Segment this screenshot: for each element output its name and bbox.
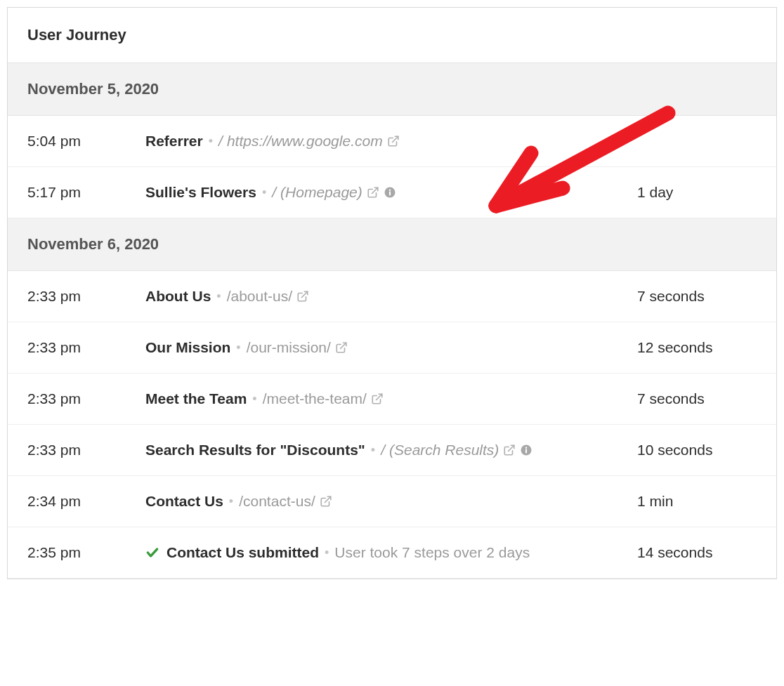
slash-separator: / (381, 442, 385, 459)
submitted-title: Contact Us submitted (166, 544, 319, 561)
row-content: Referrer • / https://www.google.com (145, 133, 632, 150)
bullet-separator: • (216, 289, 221, 304)
panel-header: User Journey (8, 8, 776, 63)
svg-point-3 (389, 189, 391, 190)
date-group-header: November 6, 2020 (8, 218, 776, 271)
external-link-icon[interactable] (335, 341, 348, 354)
svg-line-8 (509, 445, 514, 451)
external-link-icon[interactable] (503, 444, 516, 456)
row-path: /contact-us/ (239, 493, 315, 510)
row-duration: 1 min (637, 493, 757, 510)
external-link-icon[interactable] (296, 290, 309, 303)
row-duration: 7 seconds (637, 288, 757, 305)
journey-row: 2:34 pm Contact Us • /contact-us/ 1 min (8, 476, 776, 527)
check-icon (145, 546, 159, 560)
svg-line-0 (392, 136, 398, 142)
svg-line-5 (302, 291, 308, 297)
row-time: 2:33 pm (27, 288, 140, 305)
row-duration: 7 seconds (637, 390, 757, 407)
journey-row: 2:33 pm About Us • /about-us/ 7 seconds (8, 271, 776, 322)
row-path: /meet-the-team/ (263, 390, 367, 407)
row-duration: 14 seconds (637, 544, 757, 561)
external-link-icon[interactable] (387, 135, 400, 147)
external-link-icon[interactable] (367, 186, 379, 199)
slash-separator: / (218, 133, 223, 150)
row-content: Our Mission • /our-mission/ (145, 339, 632, 356)
row-path: /about-us/ (227, 288, 292, 305)
row-time: 2:35 pm (27, 544, 140, 561)
row-content: Meet the Team • /meet-the-team/ (145, 390, 632, 407)
external-link-icon[interactable] (320, 495, 332, 508)
journey-row: 5:17 pm Sullie's Flowers • / (Homepage) … (8, 167, 776, 218)
row-content: Contact Us submitted • User took 7 steps… (145, 544, 632, 561)
svg-point-10 (525, 447, 527, 448)
journey-row: 2:33 pm Our Mission • /our-mission/ 12 s… (8, 322, 776, 374)
journey-row: 2:33 pm Meet the Team • /meet-the-team/ … (8, 374, 776, 425)
date-label: November 5, 2020 (27, 80, 159, 98)
row-title: Search Results for "Discounts" (145, 442, 365, 459)
bullet-separator: • (371, 443, 375, 458)
row-time: 2:33 pm (27, 390, 140, 407)
svg-rect-11 (525, 449, 527, 454)
row-title: Our Mission (145, 339, 230, 356)
panel-title: User Journey (27, 26, 757, 44)
svg-line-7 (376, 394, 381, 400)
row-time: 5:17 pm (27, 184, 140, 201)
date-label: November 6, 2020 (27, 235, 159, 253)
row-path: (Homepage) (280, 184, 362, 201)
row-duration: 10 seconds (637, 442, 757, 459)
row-path: /our-mission/ (247, 339, 331, 356)
row-duration: 12 seconds (637, 339, 757, 356)
journey-row-submitted: 2:35 pm Contact Us submitted • User took… (8, 527, 776, 579)
external-link-icon[interactable] (371, 393, 384, 405)
row-title: Sullie's Flowers (145, 184, 256, 201)
svg-rect-4 (389, 192, 391, 196)
svg-line-6 (340, 343, 346, 348)
row-time: 2:34 pm (27, 493, 140, 510)
row-title: Meet the Team (145, 390, 247, 407)
journey-row: 5:04 pm Referrer • / https://www.google.… (8, 116, 776, 167)
date-group-header: November 5, 2020 (8, 63, 776, 116)
row-path: (Search Results) (389, 442, 499, 459)
row-duration: 1 day (637, 184, 757, 201)
bullet-separator: • (252, 392, 256, 407)
row-title: Referrer (145, 133, 203, 150)
row-time: 5:04 pm (27, 133, 140, 150)
svg-line-12 (325, 496, 330, 502)
bullet-separator: • (262, 185, 266, 200)
bullet-separator: • (229, 494, 233, 509)
bullet-separator: • (209, 134, 213, 149)
row-content: About Us • /about-us/ (145, 288, 632, 305)
info-icon[interactable] (384, 186, 396, 199)
slash-separator: / (272, 184, 276, 201)
bullet-separator: • (236, 341, 240, 355)
row-title: About Us (145, 288, 211, 305)
row-path: https://www.google.com (227, 133, 383, 150)
info-icon[interactable] (520, 444, 533, 456)
submit-summary: User took 7 steps over 2 days (334, 544, 530, 561)
row-time: 2:33 pm (27, 442, 140, 459)
user-journey-panel: User Journey November 5, 2020 5:04 pm Re… (7, 7, 777, 579)
row-content: Contact Us • /contact-us/ (145, 493, 632, 510)
row-time: 2:33 pm (27, 339, 140, 356)
row-content: Sullie's Flowers • / (Homepage) (145, 184, 632, 201)
row-title: Contact Us (145, 493, 223, 510)
svg-line-1 (372, 187, 377, 193)
bullet-separator: • (325, 546, 329, 560)
journey-row: 2:33 pm Search Results for "Discounts" •… (8, 425, 776, 476)
row-content: Search Results for "Discounts" • / (Sear… (145, 442, 632, 459)
